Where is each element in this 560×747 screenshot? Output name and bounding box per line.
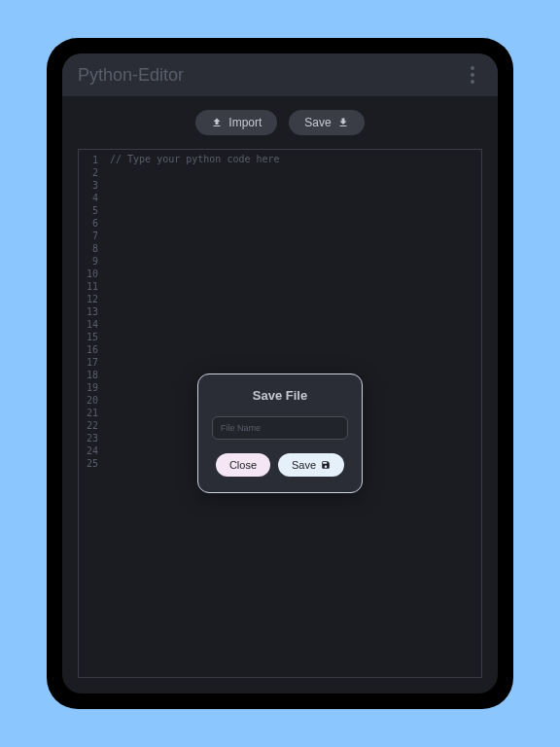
- line-number: 13: [79, 305, 98, 318]
- line-number: 12: [79, 293, 98, 305]
- line-number: 23: [79, 432, 98, 445]
- app-screen: Python-Editor Import Save 12345678910111…: [62, 53, 498, 694]
- modal-close-label: Close: [229, 459, 257, 471]
- filename-input[interactable]: [212, 416, 348, 440]
- save-button[interactable]: Save: [289, 110, 364, 135]
- editor-area: 1234567891011121314151617181920212223242…: [78, 149, 482, 678]
- app-header: Python-Editor: [62, 53, 498, 96]
- modal-save-label: Save: [292, 459, 316, 471]
- line-number: 11: [79, 280, 98, 293]
- line-number: 2: [79, 166, 98, 179]
- line-number: 3: [79, 179, 98, 192]
- modal-title: Save File: [212, 388, 348, 403]
- toolbar: Import Save: [62, 96, 498, 149]
- line-number: 14: [79, 318, 98, 331]
- line-number: 6: [79, 217, 98, 230]
- line-number: 17: [79, 356, 98, 369]
- line-number-gutter: 1234567891011121314151617181920212223242…: [79, 150, 104, 677]
- import-button[interactable]: Import: [195, 110, 277, 135]
- line-number: 4: [79, 192, 98, 204]
- line-number: 10: [79, 267, 98, 280]
- code-placeholder: // Type your python code here: [110, 154, 280, 164]
- download-icon: [337, 117, 349, 128]
- save-label: Save: [304, 116, 331, 129]
- modal-button-row: Close Save: [212, 453, 348, 477]
- modal-close-button[interactable]: Close: [216, 453, 270, 477]
- line-number: 20: [79, 394, 98, 407]
- line-number: 25: [79, 457, 98, 470]
- line-number: 9: [79, 255, 98, 267]
- line-number: 8: [79, 242, 98, 255]
- line-number: 19: [79, 381, 98, 394]
- more-menu-icon[interactable]: [463, 58, 482, 91]
- line-number: 5: [79, 204, 98, 217]
- modal-save-button[interactable]: Save: [278, 453, 344, 477]
- line-number: 24: [79, 445, 98, 457]
- line-number: 21: [79, 407, 98, 419]
- tablet-frame: Python-Editor Import Save 12345678910111…: [47, 38, 513, 709]
- app-title: Python-Editor: [78, 65, 184, 86]
- floppy-disk-icon: [321, 460, 331, 470]
- line-number: 22: [79, 419, 98, 432]
- upload-icon: [211, 117, 223, 128]
- line-number: 15: [79, 331, 98, 343]
- import-label: Import: [228, 116, 262, 129]
- line-number: 1: [79, 154, 98, 166]
- line-number: 16: [79, 343, 98, 356]
- line-number: 18: [79, 369, 98, 381]
- line-number: 7: [79, 230, 98, 242]
- save-file-modal: Save File Close Save: [197, 374, 363, 493]
